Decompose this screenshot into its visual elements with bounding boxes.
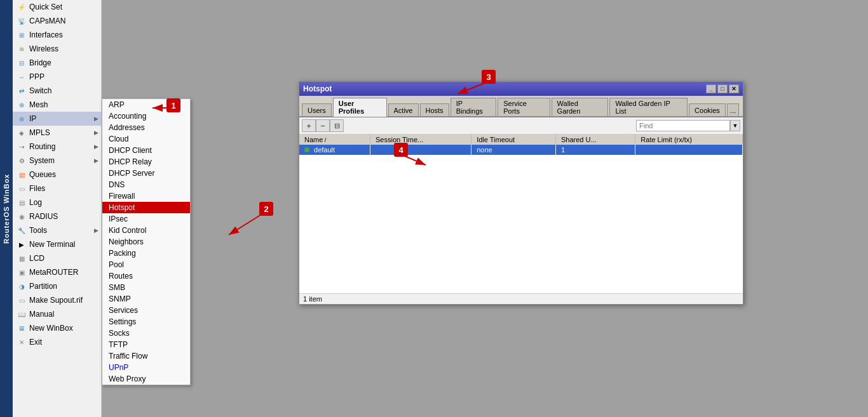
dropdown-item-routes[interactable]: Routes <box>102 270 190 282</box>
tab-more[interactable]: ... <box>727 103 739 116</box>
dropdown-item-ipsec[interactable]: IPsec <box>102 213 190 225</box>
sidebar-item-exit[interactable]: ✕Exit <box>13 335 101 349</box>
tab-hosts[interactable]: Hosts <box>420 103 449 116</box>
new-winbox-icon: 🖥 <box>17 323 27 333</box>
sidebar-item-switch[interactable]: ⇄Switch <box>13 84 101 98</box>
maximize-button[interactable]: □ <box>717 84 728 93</box>
cell-idle-timeout: none <box>471 145 556 155</box>
lcd-icon: ▦ <box>17 253 27 263</box>
add-button[interactable]: + <box>302 119 316 132</box>
dropdown-item-dhcp-server[interactable]: DHCP Server <box>102 168 190 179</box>
dropdown-item-dhcp-client[interactable]: DHCP Client <box>102 145 190 156</box>
dropdown-item-web-proxy[interactable]: Web Proxy <box>102 373 190 385</box>
dropdown-item-kid-control[interactable]: Kid Control <box>102 225 190 236</box>
dropdown-item-snmp[interactable]: SNMP <box>102 293 190 305</box>
sidebar-item-wireless[interactable]: ≋Wireless <box>13 42 101 56</box>
log-icon: ▤ <box>17 197 27 208</box>
dropdown-item-hotspot[interactable]: Hotspot <box>102 202 190 213</box>
sidebar-item-new-terminal[interactable]: ▶New Terminal <box>13 237 101 251</box>
tabs-bar: UsersUser ProfilesActiveHostsIP Bindings… <box>299 96 743 117</box>
col-header-idle-timeout[interactable]: Idle Timeout <box>471 135 556 145</box>
minimize-button[interactable]: _ <box>706 84 716 93</box>
badge-4: 4 <box>394 143 408 157</box>
tab-users[interactable]: Users <box>302 103 332 116</box>
main-content: Hotspot _ □ ✕ UsersUser ProfilesActiveHo… <box>102 0 868 417</box>
mpls-label: MPLS <box>29 128 97 137</box>
ip-label: IP <box>29 114 97 123</box>
sidebar-item-system[interactable]: ⚙System▶ <box>13 154 101 168</box>
dropdown-item-pool[interactable]: Pool <box>102 259 190 270</box>
dropdown-item-services[interactable]: Services <box>102 305 190 316</box>
tab-cookies[interactable]: Cookies <box>689 103 726 116</box>
dropdown-item-dns[interactable]: DNS <box>102 179 190 190</box>
dropdown-item-packing[interactable]: Packing <box>102 248 190 259</box>
exit-label: Exit <box>29 338 97 347</box>
dropdown-item-neighbors[interactable]: Neighbors <box>102 236 190 248</box>
dropdown-item-addresses[interactable]: Addresses <box>102 122 190 133</box>
col-header-name[interactable]: Name / <box>299 135 370 145</box>
sidebar-item-quick-set[interactable]: ⚡Quick Set <box>13 0 101 14</box>
dropdown-item-socks[interactable]: Socks <box>102 328 190 339</box>
col-header-shared-u[interactable]: Shared U... <box>555 135 635 145</box>
bridge-label: Bridge <box>29 58 97 67</box>
sidebar-item-bridge[interactable]: ⊟Bridge <box>13 56 101 70</box>
cell-rate-limit <box>635 145 743 155</box>
partition-label: Partition <box>29 282 97 291</box>
tab-walled-garden[interactable]: Walled Garden <box>552 98 609 116</box>
search-input[interactable] <box>636 120 730 131</box>
new-winbox-label: New WinBox <box>29 324 97 333</box>
log-label: Log <box>29 198 97 207</box>
sidebar-item-ppp[interactable]: ↔PPP <box>13 70 101 84</box>
tab-walled-garden-ip[interactable]: Walled Garden IP List <box>609 98 688 116</box>
sidebar-item-partition[interactable]: ◑Partition <box>13 279 101 293</box>
routing-icon: ⇢ <box>17 142 27 152</box>
bridge-icon: ⊟ <box>17 58 27 68</box>
sidebar-item-manual[interactable]: 📖Manual <box>13 307 101 321</box>
col-header-rate-limit[interactable]: Rate Limit (rx/tx) <box>635 135 743 145</box>
dropdown-item-tftp[interactable]: TFTP <box>102 339 190 350</box>
sidebar-item-log[interactable]: ▤Log <box>13 195 101 209</box>
dropdown-item-dhcp-relay[interactable]: DHCP Relay <box>102 156 190 168</box>
sidebar-item-tools[interactable]: 🔧Tools▶ <box>13 223 101 237</box>
search-dropdown[interactable]: ▼ <box>730 120 740 131</box>
tab-ip-bindings[interactable]: IP Bindings <box>451 98 497 116</box>
files-label: Files <box>29 184 97 193</box>
dropdown-item-upnp[interactable]: UPnP <box>102 362 190 373</box>
wireless-icon: ≋ <box>17 44 27 54</box>
sidebar-item-metarouter[interactable]: ▣MetaROUTER <box>13 265 101 279</box>
radius-label: RADIUS <box>29 212 97 221</box>
sidebar-item-mesh[interactable]: ⊕Mesh <box>13 98 101 112</box>
metarouter-icon: ▣ <box>17 267 27 277</box>
sidebar-item-mpls[interactable]: ◈MPLS▶ <box>13 126 101 140</box>
interfaces-icon: ⊞ <box>17 30 27 40</box>
sidebar-item-routing[interactable]: ⇢Routing▶ <box>13 140 101 154</box>
sidebar-item-interfaces[interactable]: ⊞Interfaces <box>13 28 101 42</box>
wireless-label: Wireless <box>29 44 97 53</box>
tools-icon: 🔧 <box>17 225 27 235</box>
sidebar-item-make-supout[interactable]: ▭Make Supout.rif <box>13 293 101 307</box>
sidebar-item-files[interactable]: ▭Files <box>13 182 101 195</box>
close-button[interactable]: ✕ <box>729 84 739 93</box>
new-terminal-icon: ▶ <box>17 239 27 249</box>
remove-button[interactable]: − <box>316 119 330 132</box>
table-row[interactable]: default none 1 <box>299 145 743 155</box>
filter-button[interactable]: ⊟ <box>330 119 344 132</box>
queues-icon: ▤ <box>17 169 27 180</box>
sidebar-item-capsman[interactable]: 📡CAPsMAN <box>13 14 101 28</box>
sidebar-item-new-winbox[interactable]: 🖥New WinBox <box>13 321 101 335</box>
dropdown-item-smb[interactable]: SMB <box>102 282 190 293</box>
capsman-label: CAPsMAN <box>29 17 97 25</box>
ip-dropdown-menu: ARPAccountingAddressesCloudDHCP ClientDH… <box>102 98 191 385</box>
tab-user-profiles[interactable]: User Profiles <box>333 98 387 117</box>
sidebar-item-radius[interactable]: ◉RADIUS <box>13 209 101 223</box>
tab-service-ports[interactable]: Service Ports <box>498 98 550 116</box>
dropdown-item-settings[interactable]: Settings <box>102 316 190 328</box>
sidebar-item-lcd[interactable]: ▦LCD <box>13 251 101 265</box>
sidebar-item-ip[interactable]: ⊕IP▶ <box>13 112 101 126</box>
dropdown-item-firewall[interactable]: Firewall <box>102 190 190 202</box>
dropdown-item-cloud[interactable]: Cloud <box>102 133 190 145</box>
sidebar-item-queues[interactable]: ▤Queues <box>13 168 101 182</box>
tab-active[interactable]: Active <box>388 103 419 116</box>
dropdown-item-traffic-flow[interactable]: Traffic Flow <box>102 350 190 362</box>
col-header-session-time[interactable]: Session Time... <box>370 135 471 145</box>
